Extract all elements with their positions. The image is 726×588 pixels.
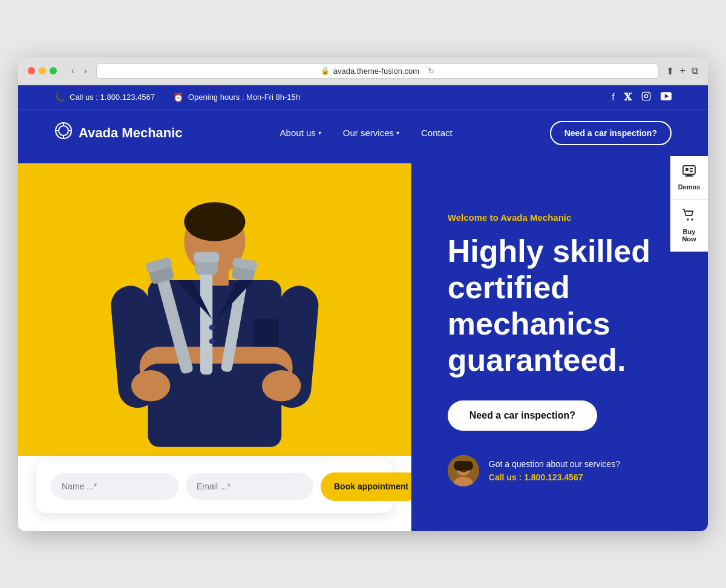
- share-button[interactable]: ⬆: [666, 65, 674, 77]
- svg-point-33: [209, 338, 215, 344]
- svg-rect-40: [454, 461, 473, 471]
- header-cta-button[interactable]: Need a car inspection?: [550, 121, 672, 145]
- svg-rect-0: [642, 92, 650, 100]
- demos-icon: [682, 165, 696, 180]
- refresh-icon[interactable]: ↻: [428, 67, 434, 76]
- svg-point-20: [262, 370, 301, 400]
- svg-rect-41: [683, 166, 695, 174]
- hero-inspection-button[interactable]: Need a car inspection?: [448, 400, 597, 431]
- phone-info: 📞 Call us : 1.800.123.4567: [54, 93, 155, 102]
- svg-point-19: [131, 370, 170, 400]
- forward-button[interactable]: ›: [82, 65, 90, 77]
- buy-now-button[interactable]: Buy Now: [670, 200, 708, 252]
- hours-info: ⏰ Opening hours : Mon-Fri 8h-15h: [173, 93, 300, 102]
- svg-point-6: [59, 126, 68, 136]
- hero-left: Book appointment: [18, 156, 411, 531]
- hero-contact-info: Got a question about our services? Call …: [448, 455, 678, 486]
- contact-question: Got a question about our services?: [489, 459, 620, 471]
- clock-icon: ⏰: [173, 93, 183, 102]
- svg-point-32: [209, 324, 215, 330]
- sidebar-toggle-button[interactable]: ⧉: [692, 65, 698, 76]
- window-close-dot[interactable]: [28, 67, 35, 74]
- svg-rect-34: [253, 319, 278, 347]
- nav-contact[interactable]: Contact: [421, 128, 453, 138]
- address-bar[interactable]: 🔒 avada.theme-fusion.com ↻: [96, 64, 658, 79]
- mechanic-image: [18, 163, 411, 452]
- services-chevron-icon: ▾: [396, 129, 399, 136]
- url-text: avada.theme-fusion.com: [333, 67, 419, 76]
- svg-rect-44: [685, 168, 688, 171]
- phone-label: Call us : 1.800.123.4567: [70, 93, 155, 102]
- demos-button[interactable]: Demos: [670, 156, 708, 200]
- hero-blue-top: [18, 156, 411, 163]
- about-chevron-icon: ▾: [318, 129, 321, 136]
- svg-point-14: [184, 202, 245, 241]
- hero-right: Welcome to Avada Mechanic Highly skilled…: [411, 156, 708, 531]
- hero-section: Book appointment Welcome to Avada Mechan…: [18, 156, 708, 531]
- window-minimize-dot[interactable]: [39, 67, 46, 74]
- svg-rect-45: [690, 168, 693, 169]
- nav-services[interactable]: Our services ▾: [343, 128, 399, 138]
- contact-phone: Call us : 1.800.123.4567: [489, 472, 620, 482]
- svg-point-48: [691, 218, 693, 221]
- cart-icon: [682, 208, 696, 225]
- appointment-form: Book appointment: [36, 460, 393, 512]
- svg-rect-24: [200, 258, 212, 374]
- hero-title: Highly skilled certified mechanics guara…: [448, 234, 678, 378]
- name-input[interactable]: [51, 473, 178, 500]
- hours-label: Opening hours : Mon-Fri 8h-15h: [188, 93, 300, 102]
- buy-now-label: Buy Now: [675, 228, 703, 243]
- email-input[interactable]: [186, 473, 313, 500]
- phone-icon: 📞: [54, 93, 65, 102]
- demos-label: Demos: [678, 183, 701, 191]
- top-bar: 📞 Call us : 1.800.123.4567 ⏰ Opening hou…: [18, 85, 708, 109]
- logo[interactable]: Avada Mechanic: [54, 122, 183, 144]
- svg-rect-46: [690, 171, 693, 172]
- svg-rect-26: [194, 252, 219, 263]
- side-panel: Demos Buy Now: [670, 156, 708, 252]
- twitter-link[interactable]: 𝕏: [624, 91, 632, 103]
- back-button[interactable]: ‹: [69, 65, 77, 77]
- youtube-link[interactable]: [661, 92, 672, 103]
- book-appointment-button[interactable]: Book appointment: [321, 472, 422, 500]
- logo-icon: [54, 122, 73, 144]
- svg-point-1: [644, 94, 647, 97]
- contact-avatar: [448, 455, 479, 486]
- svg-point-2: [648, 93, 649, 94]
- instagram-link[interactable]: [641, 91, 651, 103]
- svg-point-47: [687, 218, 689, 221]
- hero-subtitle: Welcome to Avada Mechanic: [448, 212, 678, 223]
- security-icon: 🔒: [321, 67, 330, 75]
- logo-text: Avada Mechanic: [79, 125, 183, 141]
- facebook-link[interactable]: f: [612, 92, 614, 103]
- new-tab-button[interactable]: +: [680, 65, 685, 76]
- nav-about[interactable]: About us ▾: [280, 128, 321, 138]
- main-nav: About us ▾ Our services ▾ Contact: [280, 128, 453, 138]
- contact-text: Got a question about our services? Call …: [489, 459, 620, 482]
- header: Avada Mechanic About us ▾ Our services ▾…: [18, 109, 708, 156]
- social-links: f 𝕏: [612, 91, 672, 103]
- window-maximize-dot[interactable]: [50, 67, 57, 74]
